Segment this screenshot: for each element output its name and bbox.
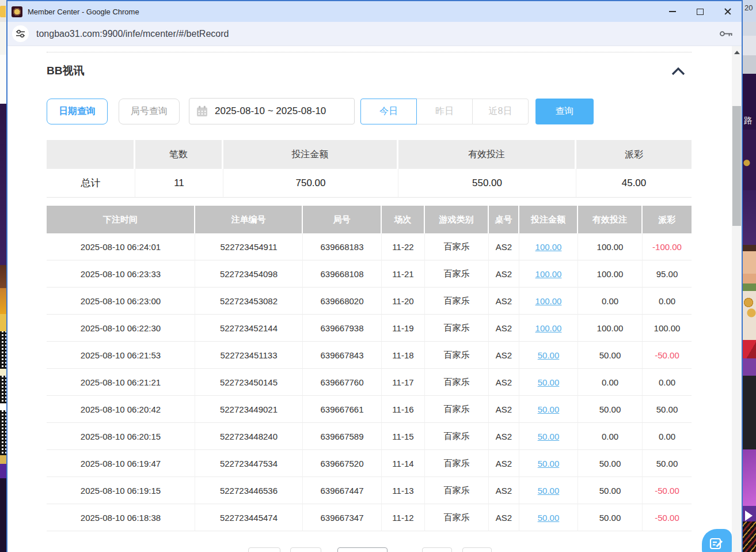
cell-payout: 0.00 [643, 423, 692, 450]
pagination-page-select[interactable] [337, 547, 388, 552]
bet-amount-link[interactable]: 50.00 [538, 459, 560, 468]
cell-table-no: AS2 [489, 450, 519, 477]
cell-bet-id: 522723450145 [195, 369, 303, 396]
quick-range-yesterday[interactable]: 昨日 [416, 99, 473, 124]
feedback-edit-fab[interactable] [702, 529, 732, 552]
maximize-button[interactable] [686, 1, 714, 22]
pagination-button[interactable] [248, 547, 280, 552]
collapse-section-button[interactable] [671, 67, 687, 78]
table-row: 2025-08-10 06:21:21522723450145639667760… [47, 369, 692, 396]
cell-bet-id: 522723447534 [195, 450, 303, 477]
play-triangle-fragment [745, 511, 753, 521]
background-segment [0, 0, 6, 22]
cell-valid-bet: 0.00 [578, 288, 643, 315]
cell-round-id: 639667661 [303, 396, 382, 423]
background-segment [743, 130, 756, 190]
cell-session: 11-18 [382, 342, 425, 369]
scrollbar-thumb[interactable] [732, 106, 741, 226]
table-row: 2025-08-10 06:19:15522723446536639667447… [47, 477, 692, 504]
cell-bet-amount: 50.00 [519, 504, 578, 531]
pagination-button[interactable] [290, 547, 321, 552]
cell-table-no: AS2 [489, 342, 519, 369]
quick-range-today[interactable]: 今日 [360, 99, 417, 124]
cell-bet-id: 522723446536 [195, 477, 303, 504]
cell-table-no: AS2 [489, 260, 519, 288]
background-app-left-edge [0, 0, 6, 552]
titlebar: Member Center - Google Chrome [7, 1, 742, 22]
cell-valid-bet: 50.00 [578, 450, 643, 477]
background-person-photo [743, 245, 756, 291]
cell-round-id: 639667447 [303, 477, 382, 504]
background-segment [743, 521, 756, 552]
date-range-picker[interactable]: 2025-08-10 ~ 2025-08-10 [189, 98, 355, 124]
tab-round-query[interactable]: 局号查询 [119, 99, 180, 124]
qr-code-fragment [0, 410, 6, 455]
tune-icon [16, 29, 25, 38]
col-header-table-no: 桌号 [489, 206, 519, 233]
cell-payout: 100.00 [643, 315, 692, 342]
cell-bet-amount: 50.00 [519, 342, 578, 369]
bet-amount-link[interactable]: 100.00 [535, 323, 562, 333]
minimize-button[interactable] [659, 1, 686, 22]
background-segment [0, 464, 6, 478]
background-segment [0, 265, 6, 288]
background-segment [743, 376, 756, 449]
cell-session: 11-14 [382, 450, 425, 477]
cell-game-type: 百家乐 [425, 233, 489, 260]
bet-amount-link[interactable]: 100.00 [535, 296, 562, 306]
cell-payout: -50.00 [643, 504, 692, 531]
clock-fragment: 20 [744, 3, 753, 12]
cell-session: 11-17 [382, 369, 425, 396]
cell-bet-time: 2025-08-10 06:18:38 [47, 504, 195, 531]
qr-code-fragment [0, 331, 6, 369]
background-segment [0, 288, 6, 314]
cell-round-id: 639668108 [303, 260, 382, 288]
table-row: 2025-08-10 06:20:42522723449021639667661… [47, 396, 692, 423]
cell-session: 11-21 [382, 260, 425, 288]
cell-table-no: AS2 [489, 423, 519, 450]
scroll-up-arrow-icon[interactable] [734, 51, 740, 54]
bet-amount-link[interactable]: 100.00 [535, 269, 562, 279]
bet-amount-link[interactable]: 50.00 [538, 377, 560, 387]
cell-session: 11-12 [382, 504, 425, 531]
cell-valid-bet: 50.00 [578, 342, 643, 369]
pagination-button[interactable] [422, 547, 452, 552]
background-segment [743, 36, 756, 55]
close-button[interactable] [714, 1, 742, 22]
tab-date-query[interactable]: 日期查询 [47, 99, 108, 124]
cell-round-id: 639668020 [303, 288, 382, 315]
cell-session: 11-20 [382, 288, 425, 315]
bet-amount-link[interactable]: 50.00 [538, 513, 560, 523]
cell-payout: 0.00 [643, 288, 692, 315]
col-header-session: 场次 [382, 206, 425, 233]
summary-col-header: 笔数 [135, 140, 223, 169]
background-segment [0, 403, 6, 410]
background-segment: 路 [743, 74, 756, 130]
cell-round-id: 639667938 [303, 315, 382, 342]
summary-cell: 45.00 [576, 169, 692, 198]
summary-cell: 550.00 [398, 169, 576, 198]
site-settings-button[interactable] [12, 25, 29, 42]
url-field[interactable]: tongbao31.com:9900/infe/mcenter/#/betRec… [36, 29, 229, 39]
cell-bet-amount: 50.00 [519, 423, 578, 450]
bet-amount-link[interactable]: 50.00 [538, 404, 560, 414]
bet-amount-link[interactable]: 50.00 [538, 432, 560, 441]
maximize-icon [697, 9, 704, 15]
cell-game-type: 百家乐 [425, 260, 489, 288]
quick-range-last8days[interactable]: 近8日 [472, 99, 529, 124]
vertical-scrollbar[interactable] [732, 46, 742, 552]
table-row: 2025-08-10 06:19:47522723447534639667520… [47, 450, 692, 477]
cell-bet-time: 2025-08-10 06:20:42 [47, 396, 195, 423]
cell-game-type: 百家乐 [425, 369, 489, 396]
minimize-icon [669, 11, 676, 12]
search-button[interactable]: 查询 [535, 99, 594, 124]
bet-amount-link[interactable]: 50.00 [538, 486, 560, 496]
cell-valid-bet: 50.00 [578, 504, 643, 531]
bet-amount-link[interactable]: 50.00 [538, 350, 560, 360]
pagination-button[interactable] [462, 547, 492, 552]
bet-records-table: 下注时间注单编号局号场次游戏类别桌号投注金额有效投注派彩 2025-08-10 … [47, 206, 692, 531]
background-segment [743, 22, 756, 36]
bet-amount-link[interactable]: 100.00 [535, 242, 562, 252]
close-icon [724, 7, 732, 16]
password-manager-button[interactable] [719, 29, 734, 38]
